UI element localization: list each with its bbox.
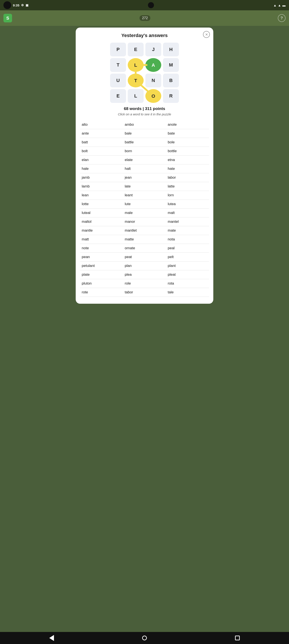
letter-cell-10[interactable]: N bbox=[145, 74, 161, 88]
battery-icon: ▬ bbox=[282, 4, 286, 7]
word-item[interactable]: matte bbox=[123, 235, 166, 244]
word-item[interactable]: manor bbox=[123, 218, 166, 226]
home-button[interactable] bbox=[140, 634, 149, 642]
status-left: 9:35 ⚙ ▣ bbox=[3, 1, 28, 9]
word-item[interactable]: alto bbox=[80, 120, 123, 129]
word-item[interactable]: pelt bbox=[166, 253, 209, 262]
status-bar: 9:35 ⚙ ▣ ▲ ▲ ▬ bbox=[0, 0, 289, 10]
word-item[interactable]: rote bbox=[80, 288, 123, 297]
word-item[interactable]: elate bbox=[123, 156, 166, 164]
word-item[interactable]: lutea bbox=[166, 200, 209, 208]
word-item[interactable]: bole bbox=[166, 138, 209, 147]
word-item[interactable]: lorn bbox=[166, 191, 209, 200]
word-item[interactable]: plea bbox=[123, 270, 166, 279]
word-item[interactable]: late bbox=[123, 182, 166, 191]
word-item[interactable]: etna bbox=[166, 156, 209, 164]
word-item[interactable]: role bbox=[123, 279, 166, 288]
letter-cell-1[interactable]: E bbox=[128, 42, 144, 56]
word-item[interactable]: pluton bbox=[80, 279, 123, 288]
word-item[interactable]: lute bbox=[123, 200, 166, 208]
word-item[interactable]: luteal bbox=[80, 208, 123, 218]
recents-button[interactable] bbox=[233, 634, 242, 642]
word-item[interactable]: male bbox=[123, 208, 166, 218]
word-item[interactable]: bale bbox=[123, 129, 166, 138]
letter-cell-15[interactable]: R bbox=[163, 89, 179, 103]
word-item[interactable]: bate bbox=[166, 129, 209, 138]
word-item[interactable]: ante bbox=[80, 129, 123, 138]
word-item[interactable]: bolt bbox=[80, 147, 123, 156]
word-item[interactable]: plan bbox=[123, 262, 166, 270]
word-item[interactable]: ambo bbox=[123, 120, 166, 129]
word-item[interactable]: anole bbox=[166, 120, 209, 129]
back-button[interactable] bbox=[47, 634, 56, 642]
word-item[interactable]: malt bbox=[166, 208, 209, 218]
word-item[interactable]: note bbox=[80, 244, 123, 253]
word-item[interactable]: nota bbox=[166, 235, 209, 244]
word-item[interactable]: mate bbox=[166, 226, 209, 235]
word-item[interactable]: lamb bbox=[80, 182, 123, 191]
word-item[interactable]: latte bbox=[166, 182, 209, 191]
letter-cell-3[interactable]: H bbox=[163, 42, 179, 56]
app-background: S 272 ? bbox=[0, 10, 289, 26]
app-header: S 272 ? bbox=[3, 13, 286, 23]
word-item[interactable]: halt bbox=[123, 164, 166, 173]
word-item[interactable]: born bbox=[123, 147, 166, 156]
letter-cell-0[interactable]: P bbox=[110, 42, 126, 56]
word-item[interactable]: jean bbox=[123, 173, 166, 182]
letter-cell-9[interactable]: T bbox=[128, 74, 144, 88]
letter-cell-4[interactable]: T bbox=[110, 58, 126, 72]
word-item[interactable]: leant bbox=[123, 191, 166, 200]
word-item[interactable]: peat bbox=[123, 253, 166, 262]
word-item[interactable]: mantel bbox=[166, 218, 209, 226]
word-list: altoamboanoleantebalebatebattbattleboleb… bbox=[80, 120, 209, 297]
letter-cell-11[interactable]: B bbox=[163, 74, 179, 88]
time-display: 9:35 bbox=[13, 4, 19, 7]
word-item[interactable]: hate bbox=[166, 164, 209, 173]
word-item[interactable]: lotte bbox=[80, 200, 123, 208]
home-icon bbox=[142, 636, 147, 640]
word-item[interactable]: pleat bbox=[166, 270, 209, 279]
letter-cell-13[interactable]: L bbox=[128, 89, 144, 103]
word-item[interactable]: hale bbox=[80, 164, 123, 173]
word-item[interactable]: ornate bbox=[123, 244, 166, 253]
letter-cell-14[interactable]: O bbox=[145, 89, 161, 103]
word-item[interactable]: jamb bbox=[80, 173, 123, 182]
word-item[interactable]: plant bbox=[166, 262, 209, 270]
letter-grid: PEJHTLAMUTNBELOR bbox=[110, 42, 179, 103]
answers-modal: ✕ Yesterday's answers PEJHTLAMUTNBELOR A… bbox=[76, 28, 213, 304]
word-item[interactable]: tale bbox=[166, 288, 209, 297]
letter-cell-12[interactable]: E bbox=[110, 89, 126, 103]
letter-cell-7[interactable]: M bbox=[163, 58, 179, 72]
word-item[interactable]: plate bbox=[80, 270, 123, 279]
word-item[interactable]: labor bbox=[166, 173, 209, 182]
word-item[interactable]: pean bbox=[80, 253, 123, 262]
help-button[interactable]: ? bbox=[278, 14, 286, 22]
word-item[interactable]: elan bbox=[80, 156, 123, 164]
letter-cell-6[interactable]: A bbox=[145, 58, 161, 72]
word-item[interactable]: tabor bbox=[123, 288, 166, 297]
wifi-icon: ▲ bbox=[273, 4, 277, 7]
word-item[interactable]: bottle bbox=[166, 147, 209, 156]
letter-grid-wrapper: PEJHTLAMUTNBELOR ALTO bbox=[110, 42, 179, 103]
signal-icon: ▲ bbox=[278, 4, 281, 7]
word-item[interactable]: matt bbox=[80, 235, 123, 244]
back-icon bbox=[49, 635, 54, 641]
notch-circle bbox=[3, 1, 11, 9]
word-item[interactable]: mantlet bbox=[123, 226, 166, 235]
close-button[interactable]: ✕ bbox=[203, 31, 210, 38]
letter-cell-2[interactable]: J bbox=[145, 42, 161, 56]
settings-icon: ⚙ bbox=[21, 4, 24, 7]
word-item[interactable]: petulant bbox=[80, 262, 123, 270]
letter-cell-8[interactable]: U bbox=[110, 74, 126, 88]
word-item[interactable]: rota bbox=[166, 279, 209, 288]
stats-display: 68 words | 311 points bbox=[80, 106, 209, 111]
letter-cell-5[interactable]: L bbox=[128, 58, 144, 72]
word-item[interactable]: mantle bbox=[80, 226, 123, 235]
camera-notch bbox=[148, 2, 154, 8]
word-item[interactable]: peal bbox=[166, 244, 209, 253]
status-right: ▲ ▲ ▬ bbox=[273, 4, 286, 7]
word-item[interactable]: maltol bbox=[80, 218, 123, 226]
word-item[interactable]: battle bbox=[123, 138, 166, 147]
word-item[interactable]: batt bbox=[80, 138, 123, 147]
word-item[interactable]: lean bbox=[80, 191, 123, 200]
